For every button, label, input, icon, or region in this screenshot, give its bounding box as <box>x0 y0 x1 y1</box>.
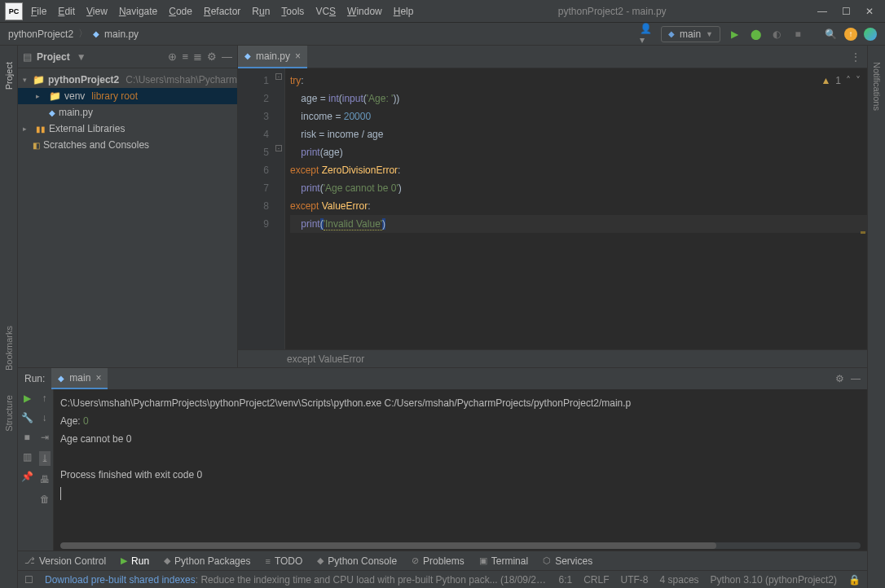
python-icon: ◆ <box>58 374 64 383</box>
python-interpreter[interactable]: Python 3.10 (pythonProject2) <box>711 574 837 586</box>
tab-terminal[interactable]: ▣Terminal <box>479 555 528 567</box>
project-tree[interactable]: ▾ 📁 pythonProject2 C:\Users\mshah\Pychar… <box>18 68 237 156</box>
tree-scratches[interactable]: ◧ Scratches and Consoles <box>18 137 237 153</box>
fold-gutter[interactable]: - - <box>275 68 285 349</box>
tab-python-packages[interactable]: ◆Python Packages <box>164 555 250 567</box>
error-stripe[interactable] <box>859 68 867 349</box>
minimize-button[interactable]: — <box>817 6 827 17</box>
close-tab-icon[interactable]: × <box>295 50 301 62</box>
menu-edit[interactable]: Edit <box>58 6 75 17</box>
chevron-down-icon[interactable]: ▼ <box>77 51 86 63</box>
tab-bookmarks[interactable]: Bookmarks <box>4 326 14 371</box>
scroll-to-end-icon[interactable]: ⤓ <box>39 451 51 466</box>
right-tool-stripe: Notifications <box>867 46 885 588</box>
tab-project[interactable]: Project <box>4 62 14 90</box>
menu-vcs[interactable]: VCS <box>315 6 336 17</box>
code-with-me-icon[interactable] <box>864 28 877 41</box>
status-icon[interactable]: ☐ <box>24 574 33 586</box>
layout-icon[interactable]: ▥ <box>23 451 32 463</box>
pin-icon[interactable]: 📌 <box>21 471 33 482</box>
updates-icon[interactable]: ↑ <box>844 28 857 41</box>
select-opened-file-icon[interactable]: ⊕ <box>168 50 177 63</box>
library-icon: ▮▮ <box>36 125 46 134</box>
menu-code[interactable]: Code <box>169 6 192 17</box>
expand-all-icon[interactable]: ≡ <box>182 50 188 63</box>
project-panel-title[interactable]: Project <box>37 51 70 63</box>
up-stack-icon[interactable]: ↑ <box>42 393 47 404</box>
tab-python-console[interactable]: ◆Python Console <box>317 555 397 567</box>
horizontal-scrollbar[interactable] <box>60 542 861 549</box>
hide-run-panel-icon[interactable]: — <box>851 373 861 384</box>
line-separator[interactable]: CRLF <box>583 574 609 586</box>
breadcrumb-project[interactable]: pythonProject2 <box>8 29 73 40</box>
line-number-gutter[interactable]: 1 2 3 4 5 6 7 8 9 <box>238 68 275 349</box>
hide-panel-icon[interactable]: — <box>222 50 232 63</box>
scratches-icon: ◧ <box>33 141 40 150</box>
indent-setting[interactable]: 4 spaces <box>660 574 699 586</box>
inspection-widget[interactable]: ▲ 1 ˄ ˅ <box>821 72 861 90</box>
editor-more-icon[interactable]: ⋮ <box>844 51 867 63</box>
console-line <box>60 484 861 502</box>
tab-structure[interactable]: Structure <box>4 395 14 432</box>
stop-run-button[interactable]: ■ <box>24 432 29 443</box>
status-message[interactable]: Download pre-built shared indexes: Reduc… <box>45 574 548 586</box>
breadcrumb-file[interactable]: main.py <box>104 29 139 40</box>
run-button[interactable]: ▶ <box>727 27 742 42</box>
menu-tools[interactable]: Tools <box>281 6 304 17</box>
search-icon[interactable]: 🔍 <box>823 27 838 42</box>
close-button[interactable]: ✕ <box>865 6 874 17</box>
soft-wrap-icon[interactable]: ⇥ <box>41 432 49 443</box>
tree-project-root[interactable]: ▾ 📁 pythonProject2 C:\Users\mshah\Pychar… <box>18 72 237 88</box>
menu-help[interactable]: Help <box>394 6 414 17</box>
menu-view[interactable]: View <box>86 6 108 17</box>
close-run-tab-icon[interactable]: × <box>95 372 101 384</box>
line-number: 3 <box>238 108 269 125</box>
debug-button[interactable]: ⬤ <box>748 27 763 42</box>
tree-mainpy[interactable]: ◆ main.py <box>18 104 237 121</box>
maximize-button[interactable]: ☐ <box>842 6 851 17</box>
stop-button[interactable]: ■ <box>790 27 805 42</box>
clear-icon[interactable]: 🗑 <box>40 494 50 505</box>
code-editor[interactable]: 1 2 3 4 5 6 7 8 9 - - tr <box>238 68 867 349</box>
print-icon[interactable]: 🖶 <box>40 474 50 485</box>
window-title: pythonProject2 - main.py <box>413 6 811 17</box>
tab-notifications[interactable]: Notifications <box>872 62 882 111</box>
tree-external-libraries[interactable]: ▸ ▮▮ External Libraries <box>18 121 237 137</box>
run-tab-main[interactable]: ◆ main × <box>51 368 108 389</box>
run-settings-icon[interactable]: ⚙ <box>835 373 844 384</box>
breadcrumb-context[interactable]: except ValueError <box>238 349 867 367</box>
menu-navigate[interactable]: Navigate <box>119 6 157 17</box>
add-user-icon[interactable]: 👤▾ <box>640 27 654 42</box>
tree-venv[interactable]: ▸ 📁 venv library root <box>18 88 237 104</box>
cursor-position[interactable]: 6:1 <box>559 574 573 586</box>
panel-settings-icon[interactable]: ⚙ <box>207 50 217 63</box>
file-encoding[interactable]: UTF-8 <box>621 574 649 586</box>
tab-version-control[interactable]: ⎇Version Control <box>24 555 106 567</box>
collapse-all-icon[interactable]: ≣ <box>193 50 202 63</box>
scrollbar-thumb[interactable] <box>60 542 716 549</box>
tab-problems[interactable]: ⊘Problems <box>412 555 465 567</box>
menu-refactor[interactable]: Refactor <box>204 6 240 17</box>
error-stripe-mark[interactable] <box>861 231 865 234</box>
coverage-button[interactable]: ◐ <box>769 27 784 42</box>
menu-run[interactable]: Run <box>252 6 270 17</box>
tab-services[interactable]: ⬡Services <box>543 555 592 567</box>
down-stack-icon[interactable]: ↓ <box>42 412 47 423</box>
menu-window[interactable]: Window <box>347 6 382 17</box>
fold-marker[interactable]: - <box>275 73 282 80</box>
run-config-selector[interactable]: ◆ main ▼ <box>661 26 720 42</box>
tab-todo[interactable]: ≡TODO <box>265 555 302 567</box>
fold-marker[interactable]: - <box>275 145 282 151</box>
bottom-tool-stripe: ⎇Version Control ▶Run ◆Python Packages ≡… <box>18 551 867 570</box>
tab-run[interactable]: ▶Run <box>121 555 149 567</box>
readonly-lock-icon[interactable]: 🔒 <box>848 574 861 586</box>
editor-tab-main[interactable]: ◆ main.py × <box>238 46 307 68</box>
run-tool-settings-icon[interactable]: 🔧 <box>21 412 33 423</box>
console-line <box>60 448 861 466</box>
menu-file[interactable]: File <box>31 6 46 17</box>
rerun-button[interactable]: ▶ <box>24 393 31 404</box>
console-output[interactable]: C:\Users\mshah\PycharmProjects\pythonPro… <box>54 389 867 551</box>
prev-highlight-icon[interactable]: ˄ <box>846 72 851 90</box>
left-tool-stripe: Project Bookmarks Structure <box>0 46 18 588</box>
console-line: Age: 0 <box>60 412 861 430</box>
